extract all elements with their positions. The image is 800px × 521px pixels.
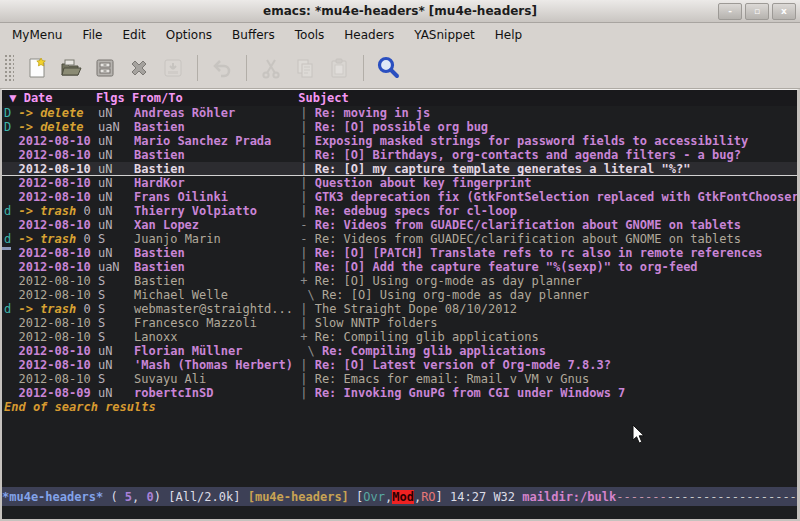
- row-segment: Re: [O] Using org-mode as day planner: [315, 274, 582, 288]
- menu-item-options[interactable]: Options: [156, 25, 222, 45]
- row-segment: Michael Welle: [134, 288, 300, 302]
- message-row[interactable]: d -> trash 0 uN Thierry Volpiatto | Re: …: [2, 204, 797, 218]
- row-segment: Juanjo Marin: [134, 232, 300, 246]
- row-segment: Bastien: [134, 246, 300, 260]
- menu-item-file[interactable]: File: [72, 25, 112, 45]
- close-buffer-icon[interactable]: [124, 53, 154, 83]
- message-row[interactable]: 2012-08-10 uN 'Mash (Thomas Herbert) | R…: [2, 358, 797, 372]
- message-row[interactable]: 2012-08-10 uN Frans Oilinki | GTK3 depre…: [2, 190, 797, 204]
- row-segment: Lanoxx: [134, 330, 300, 344]
- row-segment: uN: [98, 246, 134, 260]
- menu-item-headers[interactable]: Headers: [334, 25, 404, 45]
- message-row[interactable]: 2012-08-10 uN Bastien | Re: [O] my captu…: [2, 162, 797, 176]
- message-row[interactable]: D -> delete uaN Bastien | Re: [O] possib…: [2, 120, 797, 134]
- menu-bar: MyMenuFileEditOptionsBuffersToolsHeaders…: [0, 23, 800, 47]
- paste-icon[interactable]: [324, 53, 354, 83]
- row-segment: uN: [98, 190, 134, 204]
- cut-icon[interactable]: [256, 53, 286, 83]
- row-segment: uN: [98, 204, 134, 218]
- menu-item-help[interactable]: Help: [485, 25, 532, 45]
- search-icon[interactable]: [373, 53, 403, 83]
- row-segment: 2012-08-10: [4, 330, 98, 344]
- undo-icon[interactable]: [207, 53, 237, 83]
- column-headers[interactable]: ▼ Date Flgs From/To Subject: [2, 90, 797, 106]
- minibuffer[interactable]: [2, 506, 797, 519]
- modeline-segment: ,: [132, 490, 146, 504]
- row-segment: Re: Emacs for email: Rmail v VM v Gnus: [315, 372, 590, 386]
- row-segment: HardKor: [134, 176, 300, 190]
- message-row[interactable]: 2012-08-10 S Bastien + Re: [O] Using org…: [2, 274, 797, 288]
- message-row[interactable]: 2012-08-10 uN Florian Müllner \ Re: Comp…: [2, 344, 797, 358]
- row-segment: Xan Lopez: [134, 218, 300, 232]
- row-segment: Thierry Volpiatto: [134, 204, 300, 218]
- row-segment: 2012-08-10: [4, 218, 98, 232]
- message-row[interactable]: 2012-08-09 uN robertcInSD | Re: Invoking…: [2, 386, 797, 400]
- row-segment: |: [300, 316, 314, 330]
- text-cursor: [2, 247, 11, 250]
- mode-line-text: *mu4e-headers* ( 5, 0) [All/2.0k] [mu4e-…: [2, 490, 800, 504]
- new-file-icon[interactable]: [22, 53, 52, 83]
- row-segment: Re: [O] [PATCH] Translate refs to rc als…: [315, 246, 763, 260]
- row-segment: 0: [76, 302, 98, 316]
- row-segment: 2012-08-10: [4, 176, 98, 190]
- message-row[interactable]: d -> trash 0 S Juanjo Marin - Re: Videos…: [2, 232, 797, 246]
- message-row[interactable]: 2012-08-10 uN HardKor | Question about k…: [2, 176, 797, 190]
- menu-item-yasnippet[interactable]: YASnippet: [404, 25, 485, 45]
- message-row[interactable]: d -> trash 0 S webmaster@straightd... | …: [2, 302, 797, 316]
- row-segment: Re: [O] Birthdays, org-contacts and agen…: [315, 148, 741, 162]
- row-segment: -: [300, 232, 314, 246]
- tool-bar: [0, 47, 800, 89]
- row-segment: Re: [O] Latest version of Org-mode 7.8.3…: [315, 358, 611, 372]
- row-segment: S: [98, 302, 134, 316]
- row-segment: uN: [98, 176, 134, 190]
- message-row[interactable]: 2012-08-10 uN Mario Sanchez Prada | Expo…: [2, 134, 797, 148]
- row-segment: Bastien: [134, 148, 300, 162]
- row-segment: 2012-08-10: [4, 162, 98, 176]
- message-row[interactable]: 2012-08-10 uN Bastien | Re: [O] Birthday…: [2, 148, 797, 162]
- minimize-button[interactable]: -: [718, 3, 742, 20]
- row-segment: S: [98, 316, 134, 330]
- title-bar: emacs: *mu4e-headers* [mu4e-headers] - ▫…: [0, 0, 800, 23]
- row-segment: uN: [98, 106, 134, 120]
- row-segment: 0: [76, 232, 98, 246]
- row-segment: |: [300, 386, 314, 400]
- row-segment: D: [4, 106, 18, 120]
- toolbar-grip[interactable]: [4, 54, 14, 82]
- row-segment: |: [300, 162, 314, 176]
- open-folder-icon[interactable]: [56, 53, 86, 83]
- message-row[interactable]: 2012-08-10 S Lanoxx + Re: Compiling glib…: [2, 330, 797, 344]
- message-row[interactable]: 2012-08-10 uaN Bastien | Re: [O] Add the…: [2, 260, 797, 274]
- message-row[interactable]: 2012-08-10 uN Xan Lopez - Re: Videos fro…: [2, 218, 797, 232]
- menu-item-mymenu[interactable]: MyMenu: [2, 25, 72, 45]
- row-segment: 2012-08-10: [4, 358, 98, 372]
- mode-line[interactable]: *mu4e-headers* ( 5, 0) [All/2.0k] [mu4e-…: [2, 487, 797, 506]
- menu-item-tools[interactable]: Tools: [285, 25, 335, 45]
- save-as-icon[interactable]: [158, 53, 188, 83]
- row-segment: D: [4, 120, 18, 134]
- row-segment: Andreas Röhler: [134, 106, 300, 120]
- modeline-segment: RO: [421, 490, 435, 504]
- message-row[interactable]: 2012-08-10 uN Bastien | Re: [O] [PATCH] …: [2, 246, 797, 260]
- message-row[interactable]: D -> delete uN Andreas Röhler | Re: movi…: [2, 106, 797, 120]
- message-row[interactable]: 2012-08-10 S Michael Welle \ Re: [O] Usi…: [2, 288, 797, 302]
- row-segment: Bastien: [134, 162, 300, 176]
- end-of-results: End of search results: [2, 400, 797, 414]
- close-button[interactable]: x: [772, 3, 796, 20]
- row-segment: uN: [98, 386, 134, 400]
- row-segment: uN: [98, 358, 134, 372]
- modeline-segment: ----------------------------: [667, 490, 800, 504]
- message-row[interactable]: 2012-08-10 S Francesco Mazzoli | Slow NN…: [2, 316, 797, 330]
- copy-icon[interactable]: [290, 53, 320, 83]
- row-segment: 2012-08-10: [4, 288, 98, 302]
- row-segment: |: [300, 134, 314, 148]
- row-segment: |: [300, 148, 314, 162]
- menu-item-edit[interactable]: Edit: [113, 25, 156, 45]
- row-segment: -> delete: [18, 106, 83, 120]
- row-segment: uN: [98, 148, 134, 162]
- menu-item-buffers[interactable]: Buffers: [222, 25, 285, 45]
- row-segment: d: [4, 204, 18, 218]
- maximize-button[interactable]: ▫: [745, 3, 769, 20]
- row-segment: 0: [76, 204, 98, 218]
- message-row[interactable]: 2012-08-10 S Suvayu Ali | Re: Emacs for …: [2, 372, 797, 386]
- save-icon[interactable]: [90, 53, 120, 83]
